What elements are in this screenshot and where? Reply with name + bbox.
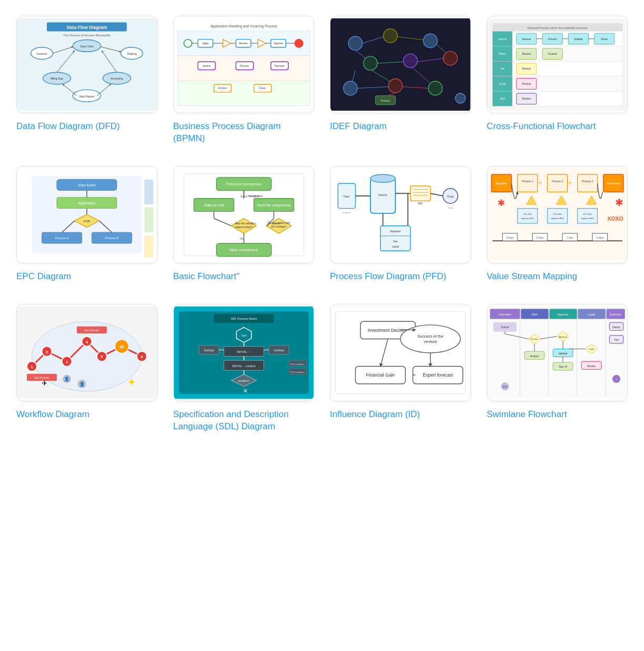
svg-text:Agree: Agree xyxy=(271,222,279,225)
svg-point-62 xyxy=(428,81,443,95)
svg-rect-133 xyxy=(144,180,153,204)
card-workflow[interactable]: 1 2 3 4 5 20 6 Start Process Key Decisio… xyxy=(16,304,158,433)
svg-text:Customer: Customer xyxy=(606,182,620,185)
thumbnail-dfd: Data Flow Diagram The Process of Account… xyxy=(16,16,158,113)
svg-text:Receive: Receive xyxy=(522,97,531,100)
card-epc[interactable]: Start Event Application XOR Process A Pr… xyxy=(16,166,158,283)
svg-text:C/T=30s: C/T=30s xyxy=(583,213,591,215)
card-bpmn[interactable]: Application Handling and Invoicing Proce… xyxy=(173,16,315,145)
card-vsm[interactable]: Supplier Customer Process 1 Process 2 Pr… xyxy=(487,166,628,283)
svg-text:Work: Work xyxy=(240,195,247,198)
svg-text:Validate: Validate xyxy=(574,38,583,41)
card-swimlane[interactable]: Submitter DBA Approve Legal Software Sub… xyxy=(487,304,628,433)
svg-rect-26 xyxy=(178,81,309,105)
label-influence: Influence Diagram (ID) xyxy=(330,409,471,421)
svg-text:The Process of Account Receiva: The Process of Account Receivable xyxy=(63,34,111,37)
svg-text:2: 2 xyxy=(46,350,48,354)
svg-text:edited further?: edited further? xyxy=(235,225,252,229)
svg-point-59 xyxy=(403,54,417,68)
svg-text:Shipping: Shipping xyxy=(127,53,137,55)
svg-text:SDL Process Name: SDL Process Name xyxy=(230,317,257,320)
thumbnail-cross: Inbound Process (from five potential sou… xyxy=(487,16,628,113)
svg-text:Route: Route xyxy=(601,38,608,41)
svg-text:DBA: DBA xyxy=(531,313,538,316)
label-basic: Basic Flowchart" xyxy=(173,271,315,283)
svg-text:Outlet: Outlet xyxy=(448,207,454,209)
svg-point-58 xyxy=(364,56,378,71)
svg-text:Billing Dept: Billing Dept xyxy=(51,77,64,80)
svg-point-54 xyxy=(348,36,363,51)
svg-text:HEX: HEX xyxy=(418,202,424,205)
card-dfd[interactable]: Data Flow Diagram The Process of Account… xyxy=(16,16,158,145)
svg-text:Liquid: Liquid xyxy=(392,245,399,248)
svg-text:Payment: Payment xyxy=(274,65,284,67)
svg-text:Invoice: Invoice xyxy=(202,65,210,67)
svg-text:Approve: Approve xyxy=(274,42,283,45)
svg-text:Was the article: Was the article xyxy=(235,222,252,225)
svg-text:✓: ✓ xyxy=(615,378,617,381)
card-basic[interactable]: Previous consensus Make an edit Seek the… xyxy=(173,166,315,283)
svg-text:Process 3: Process 3 xyxy=(582,180,593,183)
svg-point-168 xyxy=(370,174,395,182)
svg-text:C/T=45s: C/T=45s xyxy=(523,213,531,215)
svg-text:Approve: Approve xyxy=(559,335,567,338)
thumbnail-epc: Start Event Application XOR Process A Pr… xyxy=(16,166,158,263)
svg-point-36 xyxy=(295,40,303,47)
svg-text:Sales Order: Sales Order xyxy=(80,45,94,48)
thumbnail-sdl: SDL Process Name Start INITIAL → INITIAL… xyxy=(173,304,315,401)
svg-text:Receive: Receive xyxy=(522,53,531,55)
card-pfd[interactable]: Feed Reactor HEX Pump Separator Gas xyxy=(330,166,471,283)
thumbnail-vsm: Supplier Customer Process 1 Process 2 Pr… xyxy=(487,166,628,263)
svg-text:Process A: Process A xyxy=(55,236,69,240)
svg-text:✦: ✦ xyxy=(127,376,136,388)
svg-text:Gas: Gas xyxy=(393,240,398,243)
svg-text:2 days: 2 days xyxy=(506,236,514,239)
svg-text:Start: Start xyxy=(241,334,247,337)
svg-text:✱: ✱ xyxy=(614,197,623,208)
label-vsm: Value Stream Mapping xyxy=(487,271,628,283)
svg-text:Receive: Receive xyxy=(522,83,531,85)
svg-text:XOXO: XOXO xyxy=(607,216,623,222)
svg-text:Investment Decision: Investment Decision xyxy=(368,328,408,333)
svg-text:C/T=60s: C/T=60s xyxy=(553,213,561,215)
card-sdl[interactable]: SDL Process Name Start INITIAL → INITIAL… xyxy=(173,304,315,433)
label-workflow: Workflow Diagram xyxy=(16,409,158,421)
svg-text:Uptime=99%: Uptime=99% xyxy=(581,217,594,220)
svg-text:✱: ✱ xyxy=(497,198,504,208)
svg-text:Email: Email xyxy=(499,83,505,85)
svg-text:Process: Process xyxy=(240,65,249,67)
svg-text:1: 1 xyxy=(31,364,33,369)
svg-text:Success of the: Success of the xyxy=(417,333,444,338)
svg-text:Close: Close xyxy=(259,87,265,90)
card-influence[interactable]: Investment Decision Success of the ventu… xyxy=(330,304,471,433)
svg-point-61 xyxy=(388,79,403,93)
label-cross: Cross-Functional Flowchart xyxy=(487,121,628,133)
svg-text:Review: Review xyxy=(587,364,596,367)
svg-text:SubState: SubState xyxy=(203,349,214,352)
svg-text:Previous consensus: Previous consensus xyxy=(226,182,261,186)
svg-text:No: No xyxy=(240,237,243,240)
svg-point-55 xyxy=(384,29,398,43)
svg-text:Process 2: Process 2 xyxy=(552,180,563,183)
svg-rect-134 xyxy=(144,208,153,232)
thumbnail-influence: Investment Decision Success of the ventu… xyxy=(330,304,471,401)
svg-text:venture: venture xyxy=(424,339,437,344)
svg-point-56 xyxy=(423,34,437,48)
card-cross[interactable]: Inbound Process (from five potential sou… xyxy=(487,16,628,145)
card-idef[interactable]: Process IDEF Diagram xyxy=(330,16,471,145)
label-epc: EPC Diagram xyxy=(16,271,158,283)
thumbnail-basic: Previous consensus Make an edit Seek the… xyxy=(173,166,315,263)
label-pfd: Process Flow Diagram (PFD) xyxy=(330,271,471,283)
svg-text:Separator: Separator xyxy=(390,230,401,233)
svg-text:Deploy: Deploy xyxy=(612,326,620,328)
svg-text:Process: Process xyxy=(381,100,391,102)
svg-text:✈: ✈ xyxy=(42,379,47,387)
svg-text:Expert forecast: Expert forecast xyxy=(423,372,453,378)
svg-text:6: 6 xyxy=(141,354,143,359)
svg-text:Seek the compromise: Seek the compromise xyxy=(257,203,290,208)
svg-text:End: End xyxy=(502,386,507,388)
thumbnail-pfd: Feed Reactor HEX Pump Separator Gas xyxy=(330,166,471,263)
svg-rect-135 xyxy=(144,235,153,258)
svg-text:Key Decision: Key Decision xyxy=(84,329,99,332)
svg-text:3: 3 xyxy=(66,360,68,364)
